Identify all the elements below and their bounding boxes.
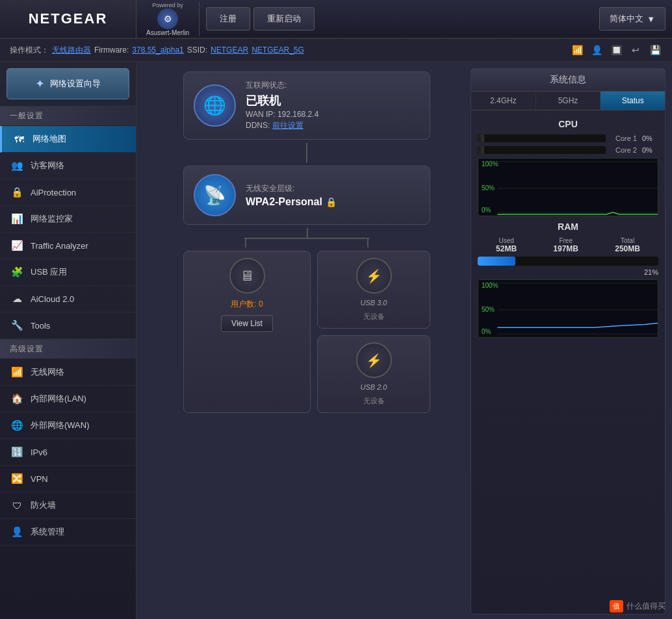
tab-2.4ghz[interactable]: 2.4GHz — [471, 92, 536, 110]
aiprotection-icon: 🔒 — [10, 185, 24, 199]
network-monitor-icon: 📊 — [10, 212, 24, 226]
cpu-chart-50: 50% — [482, 184, 495, 192]
cpu-chart-svg — [478, 158, 658, 216]
client-count: 用户数: 0 — [231, 299, 263, 310]
sidebar-item-ipv6[interactable]: 🔢 IPv6 — [0, 439, 136, 466]
guest-network-icon: 👥 — [10, 158, 24, 173]
internet-status-label: 互联网状态: — [246, 80, 420, 91]
sidebar-item-guest-network[interactable]: 👥 访客网络 — [0, 153, 136, 179]
lang-label: 简体中文 — [610, 13, 643, 25]
sidebar-item-lan[interactable]: 🏠 内部网络(LAN) — [0, 386, 136, 412]
language-button[interactable]: 简体中文 ▼ — [599, 7, 666, 31]
clients-icon: 🖥 — [229, 258, 265, 294]
sidebar-item-label: Traffic Analyzer — [31, 241, 88, 251]
asuswrt-logo: ⚙ — [157, 8, 178, 29]
router-card: 📡 无线安全层级: WPA2-Personal 🔒 — [183, 166, 430, 225]
wizard-icon: ✦ — [35, 77, 45, 91]
sidebar-item-tools[interactable]: 🔧 Tools — [0, 312, 136, 339]
ssid-label: SSID: — [187, 45, 207, 55]
cpu-title: CPU — [478, 119, 658, 129]
usb30-status: 无设备 — [363, 312, 385, 322]
ram-stats: Used 52MB Free 197MB Total 250MB — [478, 237, 658, 253]
internet-info: 互联网状态: 已联机 WAN IP: 192.168.2.4 DDNS: 前往设… — [246, 80, 420, 131]
ram-total-label: Total — [615, 237, 640, 244]
ram-pct: 21% — [478, 268, 658, 276]
sidebar-item-network-map[interactable]: 🗺 网络地图 — [0, 126, 136, 153]
client-count-value: 0 — [259, 299, 263, 309]
branch-right — [367, 238, 368, 247]
router-icon-circle: 📡 — [194, 174, 236, 216]
ram-used-label: Used — [496, 237, 517, 244]
wan-ip-value: 192.168.2.4 — [278, 110, 318, 119]
user-icon: 👤 — [589, 43, 604, 57]
status-icons: 📶 👤 🔲 ↩ 💾 — [570, 43, 662, 57]
cpu-core2-row: Core 2 0% — [478, 146, 658, 154]
cpu-core1-track — [478, 134, 606, 142]
arrow-icon: ↩ — [628, 43, 643, 57]
ram-free-label: Free — [553, 237, 578, 244]
reboot-button[interactable]: 重新启动 — [253, 7, 315, 31]
powered-by-name: Asuswrt-Merlin — [146, 29, 189, 36]
ddns-label: DDNS: — [246, 121, 270, 130]
header-buttons: 注册 重新启动 简体中文 ▼ — [200, 7, 672, 31]
branch-left — [245, 238, 246, 247]
network-map-icon: 🗺 — [12, 132, 26, 146]
ram-free-value: 197MB — [553, 244, 578, 253]
logo-area: NETGEAR — [0, 0, 136, 38]
ssid-value[interactable]: NETGEAR — [211, 45, 248, 55]
wan-icon: 🌐 — [10, 418, 24, 433]
ram-section: RAM Used 52MB Free 197MB Total 250MB — [478, 221, 658, 276]
powered-by-label: Powered by — [152, 2, 183, 8]
ddns-link[interactable]: 前往设置 — [272, 121, 304, 130]
sidebar-item-aicloud[interactable]: ☁ AiCloud 2.0 — [0, 286, 136, 312]
ram-free-stat: Free 197MB — [553, 237, 578, 253]
client-count-label: 用户数: — [231, 299, 256, 309]
sidebar-item-firewall[interactable]: 🛡 防火墙 — [0, 492, 136, 519]
aicloud-icon: ☁ — [10, 292, 24, 306]
wan-ip-label: WAN IP: — [246, 110, 276, 119]
disk-icon: 💾 — [648, 43, 662, 57]
chevron-down-icon: ▼ — [647, 14, 655, 24]
tools-icon: 🔧 — [10, 318, 24, 333]
usb20-status: 无设备 — [363, 396, 385, 406]
ddns-detail: DDNS: 前往设置 — [246, 120, 420, 131]
router-info: 无线安全层级: WPA2-Personal 🔒 — [246, 183, 420, 208]
sidebar-item-aiprotection[interactable]: 🔒 AiProtection — [0, 179, 136, 206]
ram-title: RAM — [478, 221, 658, 232]
sidebar-item-label: VPN — [31, 474, 48, 484]
sidebar-item-wireless[interactable]: 📶 无线网络 — [0, 359, 136, 386]
cpu-chart: 100% 50% 0% — [478, 158, 658, 216]
section-advanced-header: 高级设置 — [0, 339, 136, 359]
sidebar-item-admin[interactable]: 👤 系统管理 — [0, 519, 136, 546]
usb-apps-icon: 🧩 — [10, 265, 24, 279]
admin-icon: 👤 — [10, 525, 24, 539]
sidebar-item-traffic-analyzer[interactable]: 📈 Traffic Analyzer — [0, 233, 136, 259]
sidebar-item-usb-apps[interactable]: 🧩 USB 应用 — [0, 259, 136, 286]
sidebar-item-wan[interactable]: 🌐 外部网络(WAN) — [0, 412, 136, 439]
usb30-label: USB 3.0 — [361, 299, 387, 307]
tab-5ghz[interactable]: 5GHz — [536, 92, 601, 110]
header: NETGEAR Powered by ⚙ Asuswrt-Merlin 注册 重… — [0, 0, 672, 39]
tab-status[interactable]: Status — [601, 92, 665, 110]
sidebar-item-vpn[interactable]: 🔀 VPN — [0, 466, 136, 492]
status-bar: 操作模式： 无线路由器 Firmware: 378.55_alpha1 SSID… — [0, 39, 672, 62]
wizard-button[interactable]: ✦ 网络设置向导 — [6, 68, 129, 99]
firmware-value[interactable]: 378.55_alpha1 — [132, 45, 183, 55]
wireless-security: WPA2-Personal 🔒 — [246, 196, 420, 208]
logo-text: NETGEAR — [29, 10, 108, 27]
sidebar-item-label: IPv6 — [31, 448, 47, 457]
ram-bar-fill — [478, 257, 515, 266]
ssid-5g[interactable]: NETGEAR_5G — [252, 45, 304, 55]
branch-connector — [183, 228, 430, 247]
register-button[interactable]: 注册 — [206, 7, 250, 31]
cpu-chart-0: 0% — [482, 207, 491, 214]
sidebar-item-label: 外部网络(WAN) — [31, 420, 90, 431]
mode-value[interactable]: 无线路由器 — [52, 45, 91, 56]
sidebar-item-label: AiProtection — [31, 188, 76, 197]
sysinfo-body: CPU Core 1 0% Core 2 0% — [471, 110, 665, 346]
view-list-button[interactable]: View List — [221, 315, 273, 332]
traffic-analyzer-icon: 📈 — [10, 238, 24, 253]
firewall-icon: 🛡 — [10, 498, 24, 512]
sidebar-item-label: 访客网络 — [31, 160, 64, 171]
sidebar-item-network-monitor[interactable]: 📊 网络监控家 — [0, 206, 136, 233]
